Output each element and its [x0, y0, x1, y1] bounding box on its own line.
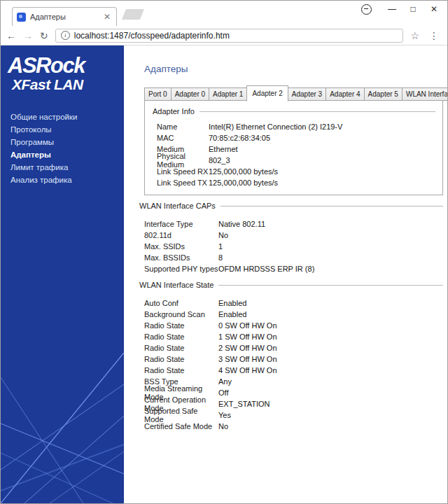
- forward-icon[interactable]: →: [23, 31, 33, 41]
- browser-toolbar: ← → ↻ i ☆ ⋮: [1, 26, 447, 46]
- info-value: 125,000,000 bytes/s: [209, 178, 278, 187]
- info-row: Radio State3 SW Off HW On: [144, 354, 443, 365]
- sidebar-nav: Общие настройкиПротоколыПрограммыАдаптер…: [1, 111, 124, 186]
- info-label: Radio State: [144, 355, 218, 363]
- sidebar-decoration-lines: [1, 286, 124, 503]
- info-row: Supported Safe ModeYes: [144, 410, 443, 421]
- info-row: Radio State4 SW Off HW On: [144, 365, 443, 376]
- sidebar-item[interactable]: Программы: [1, 136, 124, 148]
- info-label: Radio State: [144, 332, 218, 341]
- bookmark-star-icon[interactable]: ☆: [410, 30, 419, 41]
- info-row: MAC70:85:c2:68:34:05: [157, 132, 442, 144]
- sidebar-item[interactable]: Адаптеры: [1, 148, 124, 161]
- info-value: 2 SW Off HW On: [218, 344, 277, 352]
- page-info-icon[interactable]: i: [61, 31, 70, 40]
- info-value: Yes: [218, 411, 231, 419]
- browser-window: Адаптеры ✕ — □ ✕ ← → ↻ i ☆ ⋮ ASRock XFas…: [0, 0, 448, 504]
- info-label: Radio State: [144, 321, 218, 330]
- info-value: No: [218, 231, 228, 239]
- info-value: Native 802.11: [218, 220, 265, 228]
- main-area: Адаптеры Port 0Adapter 0Adapter 1Adapter…: [124, 46, 447, 503]
- back-icon[interactable]: ←: [6, 31, 16, 41]
- info-label: Radio State: [144, 366, 218, 374]
- info-value: 4 SW Off HW On: [218, 366, 277, 374]
- info-value: 70:85:c2:68:34:05: [209, 134, 270, 142]
- page-title: Адаптеры: [144, 64, 447, 74]
- info-label: Name: [157, 122, 209, 131]
- adapter-info-legend: Adapter Info: [153, 107, 435, 115]
- info-label: Link Speed RX: [157, 167, 209, 176]
- info-row: Max. SSIDs1: [144, 241, 443, 252]
- info-label: Link Speed TX: [157, 178, 209, 187]
- info-row: 802.11dNo: [144, 230, 443, 241]
- minimize-button[interactable]: —: [382, 4, 402, 14]
- browser-tab[interactable]: Адаптеры ✕: [12, 7, 117, 26]
- adapter-tab[interactable]: Port 0: [144, 88, 172, 101]
- adapter-tab[interactable]: Adapter 1: [209, 88, 247, 101]
- reload-icon[interactable]: ↻: [40, 31, 48, 41]
- info-value: Enabled: [218, 310, 246, 318]
- info-label: Radio State: [144, 344, 218, 352]
- info-label: Background Scan: [144, 310, 218, 318]
- info-value: Enabled: [218, 299, 246, 307]
- info-row: Radio State1 SW Off HW On: [144, 331, 443, 342]
- wlan-caps-legend: WLAN Interface CAPs: [139, 202, 443, 210]
- tab-close-icon[interactable]: ✕: [102, 12, 112, 22]
- info-label: Max. BSSIDs: [144, 253, 218, 262]
- sidebar-item[interactable]: Протоколы: [1, 123, 124, 136]
- sidebar-item[interactable]: Лимит трафика: [1, 161, 124, 174]
- info-value: Off: [218, 388, 228, 397]
- info-label: Certified Safe Mode: [144, 422, 218, 430]
- info-row: Background ScanEnabled: [144, 309, 443, 320]
- wlan-state-legend-text: WLAN Interface State: [139, 281, 214, 289]
- info-value: 125,000,000 bytes/s: [209, 167, 278, 176]
- xfast-lan-logo-text: XFast LAN: [12, 77, 120, 92]
- info-value: EXT_STATION: [218, 400, 270, 408]
- info-value: Any: [218, 377, 232, 386]
- adapter-info-rows: NameIntel(R) Ethernet Connection (2) I21…: [157, 121, 442, 188]
- sidebar-item[interactable]: Общие настройки: [1, 111, 124, 123]
- info-label: Max. SSIDs: [144, 242, 218, 251]
- info-value: 3 SW Off HW On: [218, 355, 277, 363]
- info-value: 802_3: [209, 156, 230, 164]
- adapter-info-panel: Adapter Info NameIntel(R) Ethernet Conne…: [144, 100, 443, 195]
- info-row: Auto ConfEnabled: [144, 298, 443, 309]
- info-value: 0 SW Off HW On: [218, 321, 277, 330]
- adapter-tab[interactable]: Adapter 2: [246, 85, 288, 102]
- browser-menu-icon[interactable]: ⋮: [426, 30, 442, 41]
- adapter-tab[interactable]: Adapter 4: [326, 88, 364, 101]
- info-label: Supported PHY types: [144, 265, 218, 273]
- info-value: 1 SW Off HW On: [218, 332, 277, 341]
- window-controls: — □ ✕: [361, 2, 444, 16]
- info-label: MAC: [157, 134, 209, 142]
- close-button[interactable]: ✕: [424, 4, 444, 14]
- adapter-info-legend-text: Adapter Info: [153, 107, 195, 115]
- sidebar-item[interactable]: Анализ трафика: [1, 174, 124, 186]
- url-input[interactable]: [74, 31, 398, 41]
- address-bar[interactable]: i: [55, 29, 404, 43]
- info-row: Link Speed RX125,000,000 bytes/s: [157, 166, 442, 177]
- asrock-logo: ASRock XFast LAN: [1, 46, 124, 92]
- adapter-tab[interactable]: Adapter 5: [364, 88, 402, 101]
- page-content: ASRock XFast LAN Общие настройкиПротокол…: [1, 46, 447, 503]
- new-tab-button[interactable]: [122, 9, 144, 20]
- maximize-button[interactable]: □: [402, 4, 424, 14]
- info-value: OFDM HRDSSS ERP IR (8): [218, 265, 314, 273]
- wlan-caps-legend-text: WLAN Interface CAPs: [139, 202, 216, 210]
- title-bar: Адаптеры ✕ — □ ✕: [1, 1, 447, 26]
- wlan-state-legend: WLAN Interface State: [139, 281, 443, 289]
- info-value: 1: [218, 242, 223, 251]
- info-row: Certified Safe ModeNo: [144, 421, 443, 432]
- info-row: Physical Medium802_3: [157, 155, 442, 166]
- adapter-tab[interactable]: Adapter 0: [171, 88, 209, 101]
- info-label: Physical Medium: [157, 152, 209, 169]
- adapter-tab[interactable]: Adapter 3: [288, 88, 326, 101]
- profile-icon[interactable]: [361, 4, 372, 15]
- info-label: 802.11d: [144, 231, 218, 239]
- info-row: Radio State2 SW Off HW On: [144, 342, 443, 354]
- info-row: Link Speed TX125,000,000 bytes/s: [157, 177, 442, 188]
- info-row: Radio State0 SW Off HW On: [144, 320, 443, 331]
- adapter-tab[interactable]: WLAN Interface 0: [402, 88, 447, 101]
- wlan-state-section: WLAN Interface State Auto ConfEnabledBac…: [139, 281, 443, 432]
- info-row: Supported PHY typesOFDM HRDSSS ERP IR (8…: [144, 263, 443, 274]
